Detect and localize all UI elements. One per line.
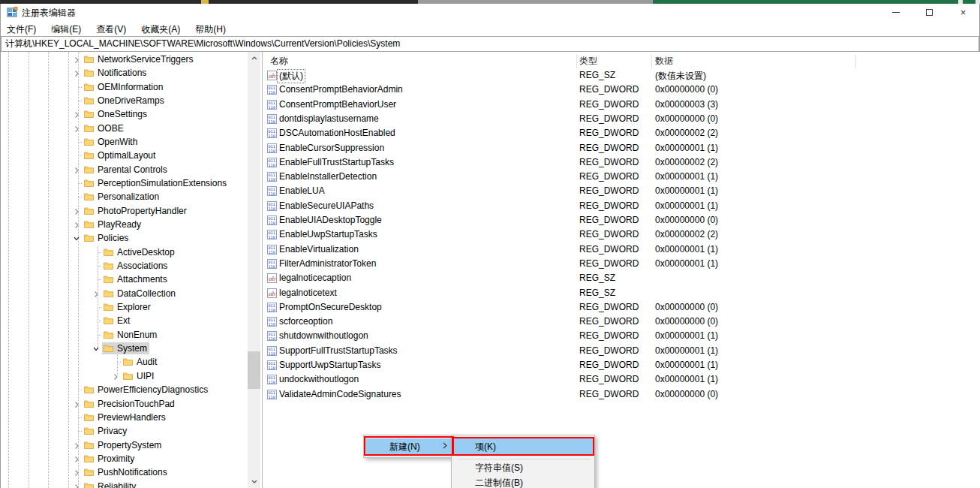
value-row-scforceoption[interactable]: 011110scforceoptionREG_DWORD0x00000000 (… [264, 315, 980, 329]
tree-item-OptimalLayout[interactable]: OptimalLayout [1, 149, 248, 162]
values-pane[interactable]: 名称 类型 数据 ab(默认)REG_SZ(数值未设置)011110Consen… [264, 52, 980, 488]
expand-toggle-closed[interactable] [73, 441, 80, 452]
tree-item-PreviewHandlers[interactable]: PreviewHandlers [1, 411, 248, 424]
expand-toggle-open[interactable] [92, 345, 100, 355]
value-row-undockwithoutlogon[interactable]: 011110undockwithoutlogonREG_DWORD0x00000… [264, 372, 980, 387]
minimize-icon [892, 12, 900, 13]
value-row-FilterAdministratorToken[interactable]: 011110FilterAdministratorTokenREG_DWORD0… [264, 257, 980, 271]
value-row-SupportUwpStartupTasks[interactable]: 011110SupportUwpStartupTasksREG_DWORD0x0… [264, 358, 980, 372]
minimize-button[interactable] [879, 4, 912, 21]
tree-item-OEMInformation[interactable]: OEMInformation [1, 80, 248, 94]
menu-edit[interactable]: 编辑(E) [44, 21, 89, 36]
expand-toggle-closed[interactable] [73, 125, 80, 135]
expand-toggle-closed[interactable] [73, 400, 80, 411]
column-divider[interactable] [651, 55, 652, 68]
tree-item-label: PropertySystem [98, 439, 161, 451]
column-header-name[interactable]: 名称 [270, 55, 288, 68]
tree-item-OneDriveRamps[interactable]: OneDriveRamps [1, 94, 248, 107]
expand-toggle-closed[interactable] [73, 468, 80, 479]
value-row-ValidateAdminCodeSignatures[interactable]: 011110ValidateAdminCodeSignaturesREG_DWO… [264, 387, 980, 402]
tree-item-Parental Controls[interactable]: Parental Controls [1, 163, 248, 176]
expand-toggle-closed[interactable] [73, 207, 80, 218]
column-divider[interactable] [855, 55, 856, 68]
tree-item-PrecisionTouchPad[interactable]: PrecisionTouchPad [1, 397, 248, 411]
expand-toggle-closed[interactable] [73, 110, 80, 121]
value-row-EnableUIADesktopToggle[interactable]: 011110EnableUIADesktopToggleREG_DWORD0x0… [264, 213, 980, 227]
scroll-up-button[interactable] [248, 52, 260, 65]
tree-item-OOBE[interactable]: OOBE [1, 122, 248, 135]
value-row-EnableFullTrustStartupTasks[interactable]: 011110EnableFullTrustStartupTasksREG_DWO… [264, 155, 980, 170]
tree-item-PropertySystem[interactable]: PropertySystem [1, 438, 248, 452]
tree-item-Privacy[interactable]: Privacy [1, 424, 248, 438]
context-menu-item-new[interactable]: 新建(N) [366, 438, 454, 455]
value-row-ConsentPromptBehaviorAdmin[interactable]: 011110ConsentPromptBehaviorAdminREG_DWOR… [264, 83, 980, 97]
tree-item-PerceptionSimulationExtensions[interactable]: PerceptionSimulationExtensions [1, 176, 248, 190]
address-bar[interactable]: 计算机\HKEY_LOCAL_MACHINE\SOFTWARE\Microsof… [1, 36, 979, 52]
tree-item-Associations[interactable]: Associations [1, 259, 248, 273]
value-row-ConsentPromptBehaviorUser[interactable]: 011110ConsentPromptBehaviorUserREG_DWORD… [264, 98, 980, 112]
tree-item-Explorer[interactable]: Explorer [1, 300, 248, 314]
folder-icon [84, 206, 94, 215]
tree-item-System[interactable]: System [1, 342, 248, 355]
expand-toggle-open[interactable] [73, 234, 80, 245]
tree-item-Audit[interactable]: Audit [1, 355, 248, 369]
tree-item-Personalization[interactable]: Personalization [1, 190, 248, 203]
value-row-EnableSecureUIAPaths[interactable]: 011110EnableSecureUIAPathsREG_DWORD0x000… [264, 199, 980, 213]
expand-toggle-closed[interactable] [73, 455, 80, 465]
expand-toggle-closed[interactable] [73, 483, 80, 488]
value-row-EnableVirtualization[interactable]: 011110EnableVirtualizationREG_DWORD0x000… [264, 242, 980, 257]
value-row-EnableInstallerDetection[interactable]: 011110EnableInstallerDetectionREG_DWORD0… [264, 170, 980, 184]
expand-toggle-closed[interactable] [73, 221, 80, 231]
submenu-item-key[interactable]: 项(K) [453, 438, 594, 455]
tree-item-DataCollection[interactable]: DataCollection [1, 287, 248, 300]
value-row-legalnoticetext[interactable]: ablegalnoticetextREG_SZ [264, 286, 980, 300]
column-header-type[interactable]: 类型 [579, 55, 597, 68]
value-row-dontdisplaylastusername[interactable]: 011110dontdisplaylastusernameREG_DWORD0x… [264, 112, 980, 126]
expand-toggle-closed[interactable] [73, 56, 80, 66]
tree-item-Reliability[interactable]: Reliability [1, 480, 248, 488]
value-row-legalnoticecaption[interactable]: ablegalnoticecaptionREG_SZ [264, 271, 980, 285]
tree-item-OpenWith[interactable]: OpenWith [1, 135, 248, 149]
tree-item-PlayReady[interactable]: PlayReady [1, 218, 248, 231]
value-row-SupportFullTrustStartupTasks[interactable]: 011110SupportFullTrustStartupTasksREG_DW… [264, 344, 980, 358]
tree-item-Ext[interactable]: Ext [1, 314, 248, 327]
expand-toggle-closed[interactable] [112, 372, 119, 383]
tree-scrollbar-thumb[interactable] [248, 351, 260, 389]
tree-item-PowerEfficiencyDiagnostics[interactable]: PowerEfficiencyDiagnostics [1, 383, 248, 396]
close-button[interactable]: × [946, 4, 980, 21]
tree-scrollbar-track[interactable] [248, 52, 260, 488]
menu-file[interactable]: 文件(F) [1, 21, 44, 36]
menu-help[interactable]: 帮助(H) [188, 21, 233, 36]
value-row-PromptOnSecureDesktop[interactable]: 011110PromptOnSecureDesktopREG_DWORD0x00… [264, 300, 980, 315]
expand-toggle-closed[interactable] [73, 69, 80, 80]
tree-item-Attachments[interactable]: Attachments [1, 273, 248, 286]
tree-item-OneSettings[interactable]: OneSettings [1, 107, 248, 121]
menu-favorites[interactable]: 收藏夹(A) [134, 21, 188, 36]
expand-toggle-closed[interactable] [92, 290, 100, 300]
value-row-EnableUwpStartupTasks[interactable]: 011110EnableUwpStartupTasksREG_DWORD0x00… [264, 227, 980, 242]
tree-item-Notifications[interactable]: Notifications [1, 66, 248, 80]
value-row-DSCAutomationHostEnabled[interactable]: 011110DSCAutomationHostEnabledREG_DWORD0… [264, 126, 980, 140]
tree-item-NetworkServiceTriggers[interactable]: NetworkServiceTriggers [1, 53, 248, 66]
submenu-item-string-value[interactable]: 字符串值(S) [453, 460, 594, 475]
menu-view[interactable]: 查看(V) [89, 21, 134, 36]
value-row-EnableLUA[interactable]: 011110EnableLUAREG_DWORD0x00000001 (1) [264, 184, 980, 198]
submenu-item-binary-value[interactable]: 二进制值(B) [453, 475, 594, 488]
column-divider[interactable] [576, 55, 577, 68]
maximize-button[interactable] [912, 4, 946, 21]
value-row-EnableCursorSuppression[interactable]: 011110EnableCursorSuppressionREG_DWORD0x… [264, 141, 980, 155]
tree-item-NonEnum[interactable]: NonEnum [1, 328, 248, 342]
tree-item-Proximity[interactable]: Proximity [1, 452, 248, 465]
pane-splitter[interactable] [262, 52, 263, 488]
value-row-(默认)[interactable]: ab(默认)REG_SZ(数值未设置) [264, 68, 980, 83]
tree-pane[interactable]: NetworkServiceTriggersNotificationsOEMIn… [1, 52, 248, 488]
tree-item-PhotoPropertyHandler[interactable]: PhotoPropertyHandler [1, 204, 248, 218]
value-row-shutdownwithoutlogon[interactable]: 011110shutdownwithoutlogonREG_DWORD0x000… [264, 329, 980, 343]
scroll-down-button[interactable] [248, 475, 260, 488]
expand-toggle-closed[interactable] [73, 166, 80, 176]
tree-item-UIPI[interactable]: UIPI [1, 369, 248, 383]
tree-item-PushNotifications[interactable]: PushNotifications [1, 465, 248, 479]
tree-item-ActiveDesktop[interactable]: ActiveDesktop [1, 246, 248, 259]
tree-item-Policies[interactable]: Policies [1, 231, 248, 245]
column-header-data[interactable]: 数据 [655, 55, 673, 68]
